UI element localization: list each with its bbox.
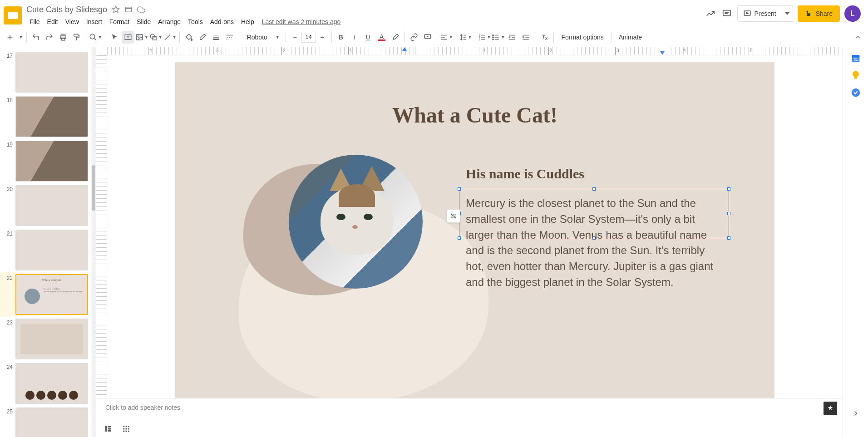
slide-title[interactable]: What a Cute Cat! xyxy=(175,103,774,128)
decrease-font-size[interactable]: − xyxy=(289,31,301,44)
vertical-ruler[interactable] xyxy=(96,55,107,398)
svg-rect-14 xyxy=(74,34,78,36)
present-dropdown[interactable] xyxy=(782,5,793,22)
menu-format[interactable]: Format xyxy=(106,16,133,27)
cloud-status-icon[interactable] xyxy=(137,5,145,14)
svg-marker-6 xyxy=(747,13,749,14)
svg-rect-72 xyxy=(126,426,127,427)
bold-button[interactable]: B xyxy=(335,31,347,44)
slide-subtitle[interactable]: His name is Cuddles xyxy=(466,166,584,182)
increase-font-size[interactable]: + xyxy=(316,31,329,44)
redo-button[interactable] xyxy=(43,31,56,44)
menu-view[interactable]: View xyxy=(62,16,82,27)
thumbnail-scrollbar[interactable] xyxy=(91,47,96,437)
border-color-button[interactable] xyxy=(196,31,209,44)
align-button[interactable]: ▼ xyxy=(440,31,453,44)
highlight-button[interactable] xyxy=(389,31,402,44)
menu-insert[interactable]: Insert xyxy=(83,16,105,27)
italic-button[interactable]: I xyxy=(348,31,361,44)
menu-file[interactable]: File xyxy=(26,16,43,27)
thumb-number: 25 xyxy=(5,408,13,437)
increase-indent-button[interactable] xyxy=(519,31,532,44)
account-avatar[interactable]: L xyxy=(844,5,861,22)
insert-link-button[interactable] xyxy=(408,31,420,44)
line-tool[interactable]: ▼ xyxy=(163,31,177,44)
fill-color-button[interactable] xyxy=(182,31,195,44)
slide-canvas[interactable]: What a Cute Cat! His name is Cuddles Mer… xyxy=(175,62,774,398)
slide-thumbnail-22[interactable]: What a Cute Cat!His name is Cuddlesxxx x… xyxy=(15,274,88,315)
autofit-icon[interactable] xyxy=(447,209,460,223)
menu-tools[interactable]: Tools xyxy=(185,16,206,27)
svg-rect-68 xyxy=(108,426,111,427)
present-button[interactable]: Present xyxy=(737,5,782,22)
slide-thumbnail-23[interactable] xyxy=(15,319,88,359)
slide-thumbnail-21[interactable] xyxy=(15,230,88,270)
bulleted-list-button[interactable]: ▼ xyxy=(492,31,505,44)
slide-thumbnail-25[interactable] xyxy=(15,408,88,437)
move-icon[interactable] xyxy=(124,5,133,14)
insert-comment-button[interactable] xyxy=(421,31,434,44)
paint-format-button[interactable] xyxy=(70,31,83,44)
font-family-select[interactable]: Roboto▼ xyxy=(242,31,283,43)
border-weight-button[interactable] xyxy=(210,31,222,44)
decrease-indent-button[interactable] xyxy=(506,31,518,44)
share-label: Share xyxy=(816,10,833,17)
activity-icon[interactable] xyxy=(705,8,716,20)
selection-box[interactable] xyxy=(459,189,729,238)
svg-rect-2 xyxy=(723,10,731,16)
menu-slide[interactable]: Slide xyxy=(133,16,154,27)
share-button[interactable]: Share xyxy=(798,5,840,22)
shape-tool[interactable]: ▼ xyxy=(149,31,163,44)
textbox-tool[interactable] xyxy=(122,31,134,44)
clear-formatting-button[interactable] xyxy=(538,31,551,44)
hide-side-panel-button[interactable] xyxy=(850,408,861,419)
thumb-number: 19 xyxy=(5,141,13,182)
document-title[interactable]: Cute Cats by Slidesgo xyxy=(26,5,107,15)
new-slide-button[interactable] xyxy=(4,31,16,44)
calendar-icon[interactable]: 31 xyxy=(850,53,861,64)
numbered-list-button[interactable]: 123▼ xyxy=(478,31,491,44)
new-slide-dropdown[interactable]: ▼ xyxy=(17,31,24,44)
menu-arrange[interactable]: Arrange xyxy=(155,16,184,27)
collapse-toolbar-button[interactable] xyxy=(852,31,864,44)
svg-line-24 xyxy=(165,34,170,40)
menu-edit[interactable]: Edit xyxy=(44,16,61,27)
font-size-input[interactable] xyxy=(301,32,316,43)
comments-icon[interactable] xyxy=(721,8,733,20)
format-options-button[interactable]: Format options xyxy=(557,31,608,44)
tasks-icon[interactable] xyxy=(850,87,861,98)
underline-button[interactable]: U xyxy=(362,31,375,44)
slides-logo[interactable] xyxy=(4,6,22,25)
svg-point-21 xyxy=(138,36,139,37)
menu-add-ons[interactable]: Add-ons xyxy=(207,16,237,27)
select-tool[interactable] xyxy=(108,31,121,44)
cat-image[interactable] xyxy=(289,155,423,289)
zoom-button[interactable]: ▼ xyxy=(89,31,102,44)
slide-thumbnail-24[interactable] xyxy=(15,363,88,404)
svg-point-49 xyxy=(493,36,493,37)
text-color-button[interactable]: A xyxy=(375,31,388,44)
explore-button[interactable] xyxy=(824,402,837,415)
svg-point-51 xyxy=(493,39,493,39)
slide-thumbnail-18[interactable] xyxy=(15,96,88,137)
image-tool[interactable]: ▼ xyxy=(135,31,148,44)
animate-button[interactable]: Animate xyxy=(614,31,646,44)
undo-button[interactable] xyxy=(30,31,42,44)
keep-icon[interactable] xyxy=(850,70,861,81)
line-spacing-button[interactable]: ▼ xyxy=(459,31,472,44)
grid-view-button[interactable] xyxy=(120,422,133,435)
horizontal-ruler[interactable]: 432112345 xyxy=(107,47,843,55)
border-dash-button[interactable] xyxy=(223,31,236,44)
print-button[interactable] xyxy=(57,31,69,44)
last-edit-link[interactable]: Last edit was 2 minutes ago xyxy=(258,16,345,27)
slide-thumbnail-20[interactable] xyxy=(15,185,88,226)
indent-right-marker[interactable] xyxy=(660,51,665,55)
filmstrip-view-button[interactable] xyxy=(102,422,114,435)
indent-first-line-marker[interactable] xyxy=(402,47,407,51)
svg-rect-8 xyxy=(807,13,810,16)
speaker-notes[interactable]: Click to add speaker notes xyxy=(96,398,843,420)
slide-thumbnail-19[interactable] xyxy=(15,141,88,182)
menu-help[interactable]: Help xyxy=(238,16,257,27)
slide-thumbnail-17[interactable] xyxy=(15,52,88,93)
star-icon[interactable] xyxy=(112,5,120,14)
